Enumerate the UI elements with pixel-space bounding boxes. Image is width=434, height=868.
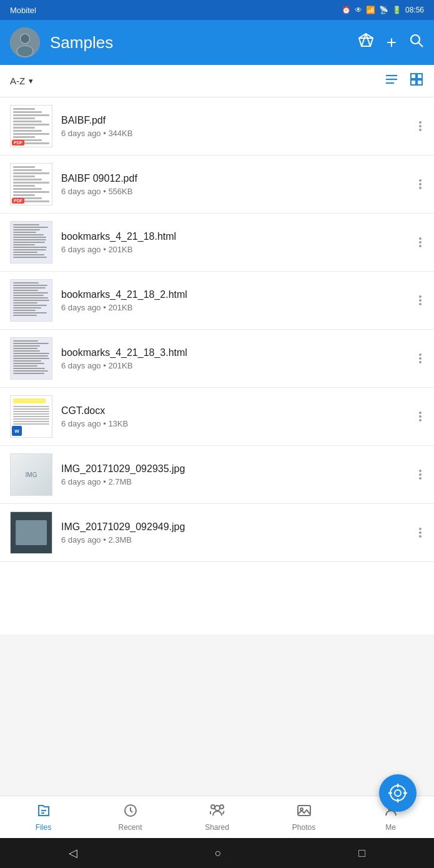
recent-nav-icon [123, 803, 138, 821]
file-info: BAIBF 09012.pdf 6 days ago • 556KB [61, 173, 408, 196]
header-actions: + [358, 32, 424, 52]
file-more-button[interactable] [417, 348, 424, 368]
list-view-icon[interactable] [384, 72, 399, 91]
photos-nav-label: Photos [292, 823, 315, 832]
sort-bar: A-Z ▾ [0, 65, 434, 97]
file-more-button[interactable] [417, 232, 424, 252]
system-nav: ◁ ○ □ [0, 838, 434, 868]
grid-view-icon[interactable] [409, 72, 424, 91]
file-name: BAIBF.pdf [61, 115, 408, 126]
bottom-nav: Files Recent Shared [0, 796, 434, 838]
svg-rect-15 [417, 74, 422, 79]
file-more-button[interactable] [417, 465, 424, 485]
file-info: bookmarks_4_21_18.html 6 days ago • 201K… [61, 231, 408, 254]
svg-line-10 [419, 43, 423, 47]
file-meta: 6 days ago • 13KB [61, 419, 408, 428]
file-thumbnail [10, 279, 52, 322]
list-item[interactable]: bookmarks_4_21_18_3.html 6 days ago • 20… [0, 330, 434, 388]
alarm-icon: ⏰ [342, 6, 351, 14]
list-item[interactable]: IMG_20171029_092949.jpg 6 days ago • 2.3… [0, 504, 434, 562]
svg-point-3 [21, 34, 29, 43]
list-item[interactable]: bookmarks_4_21_18.html 6 days ago • 201K… [0, 214, 434, 272]
shared-nav-label: Shared [205, 823, 229, 832]
file-meta: 6 days ago • 201KB [61, 245, 408, 254]
file-more-button[interactable] [417, 174, 424, 194]
recent-nav-label: Recent [118, 823, 142, 832]
file-info: IMG_20171029_092935.jpg 6 days ago • 2.7… [61, 463, 408, 486]
svg-point-18 [390, 786, 405, 801]
file-name: IMG_20171029_092949.jpg [61, 521, 408, 533]
sort-arrow-icon: ▾ [29, 76, 33, 86]
file-info: bookmarks_4_21_18_2.html 6 days ago • 20… [61, 289, 408, 312]
sort-label-text: A-Z [10, 76, 25, 86]
file-thumbnail [10, 511, 52, 554]
fab-button[interactable] [379, 774, 417, 812]
me-nav-label: Me [385, 823, 396, 832]
app-header: Samples + [0, 20, 434, 65]
file-name: bookmarks_4_21_18_3.html [61, 347, 408, 358]
recents-button[interactable]: □ [358, 847, 365, 860]
file-list: PDF BAIBF.pdf 6 days ago • 344KB PDF BAI… [0, 97, 434, 634]
svg-rect-14 [411, 74, 416, 79]
svg-point-19 [395, 790, 401, 796]
list-item[interactable]: IMG IMG_20171029_092935.jpg 6 days ago •… [0, 446, 434, 504]
wifi-icon: 📶 [366, 6, 375, 14]
search-icon[interactable] [409, 33, 424, 52]
file-info: bookmarks_4_21_18_3.html 6 days ago • 20… [61, 347, 408, 370]
svg-point-9 [411, 35, 420, 44]
file-meta: 6 days ago • 556KB [61, 187, 408, 196]
file-thumbnail: IMG [10, 453, 52, 496]
battery-icon: 🔋 [392, 6, 402, 14]
photos-nav-icon [297, 803, 312, 821]
view-toggle [384, 72, 424, 91]
svg-point-27 [215, 806, 220, 811]
carrier-label: Mobitel [10, 6, 36, 15]
file-thumbnail [10, 337, 52, 380]
file-more-button[interactable] [417, 290, 424, 310]
status-icons: ⏰ 👁 📶 📡 🔋 08:56 [342, 6, 424, 14]
eye-icon: 👁 [355, 6, 362, 14]
diamond-icon[interactable] [358, 32, 374, 52]
file-name: bookmarks_4_21_18_2.html [61, 289, 408, 300]
add-icon[interactable]: + [387, 32, 397, 52]
file-meta: 6 days ago • 201KB [61, 303, 408, 312]
nav-recent[interactable]: Recent [87, 796, 174, 838]
file-meta: 6 days ago • 2.7MB [61, 477, 408, 486]
file-more-button[interactable] [417, 407, 424, 427]
files-nav-icon [36, 803, 51, 821]
time-label: 08:56 [405, 6, 424, 14]
file-info: BAIBF.pdf 6 days ago • 344KB [61, 115, 408, 138]
home-button[interactable]: ○ [215, 847, 222, 860]
nav-files[interactable]: Files [0, 796, 87, 838]
sort-selector[interactable]: A-Z ▾ [10, 76, 33, 86]
file-name: bookmarks_4_21_18.html [61, 231, 408, 242]
shared-nav-icon [209, 803, 225, 821]
file-more-button[interactable] [417, 116, 424, 136]
file-name: CGT.docx [61, 405, 408, 417]
file-meta: 6 days ago • 201KB [61, 361, 408, 370]
svg-rect-16 [411, 80, 416, 85]
nav-photos[interactable]: Photos [260, 796, 347, 838]
app-title: Samples [50, 33, 348, 52]
files-nav-label: Files [36, 823, 51, 832]
avatar[interactable] [10, 27, 40, 57]
file-meta: 6 days ago • 344KB [61, 129, 408, 138]
svg-rect-30 [298, 806, 310, 816]
svg-point-29 [211, 805, 215, 809]
signal-icon: 📡 [379, 6, 388, 14]
file-more-button[interactable] [417, 523, 424, 543]
list-item[interactable]: PDF BAIBF 09012.pdf 6 days ago • 556KB [0, 155, 434, 214]
file-name: IMG_20171029_092935.jpg [61, 463, 408, 475]
nav-shared[interactable]: Shared [174, 796, 260, 838]
file-thumbnail: PDF [10, 163, 52, 205]
svg-point-28 [220, 805, 224, 809]
file-meta: 6 days ago • 2.3MB [61, 535, 408, 545]
list-item[interactable]: bookmarks_4_21_18_2.html 6 days ago • 20… [0, 272, 434, 330]
list-item[interactable]: W CGT.docx 6 days ago • 13KB [0, 388, 434, 446]
file-name: BAIBF 09012.pdf [61, 173, 408, 184]
back-button[interactable]: ◁ [69, 846, 77, 860]
file-thumbnail: W [10, 395, 52, 438]
svg-rect-17 [417, 80, 422, 85]
status-bar: Mobitel ⏰ 👁 📶 📡 🔋 08:56 [0, 0, 434, 20]
list-item[interactable]: PDF BAIBF.pdf 6 days ago • 344KB [0, 97, 434, 155]
